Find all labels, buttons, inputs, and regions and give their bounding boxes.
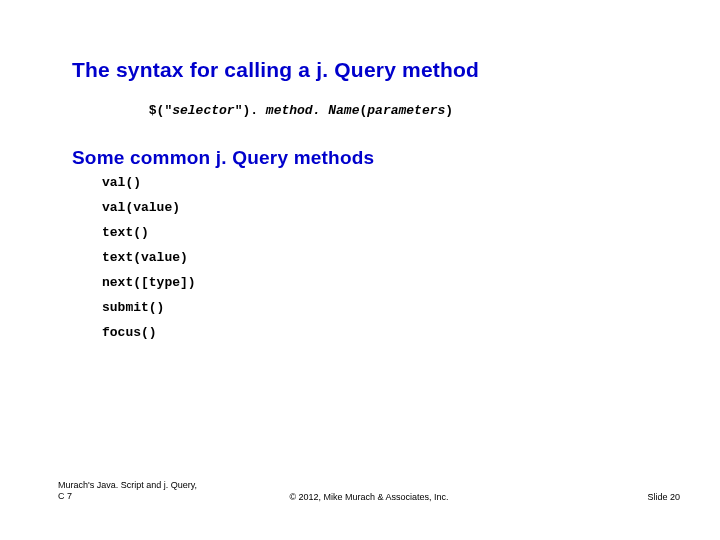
syntax-params: parameters xyxy=(367,103,445,118)
footer-center: © 2012, Mike Murach & Associates, Inc. xyxy=(58,492,680,502)
method-item: submit() xyxy=(102,300,680,315)
method-item: text() xyxy=(102,225,680,240)
syntax-mid: "). xyxy=(235,103,266,118)
method-item: focus() xyxy=(102,325,680,340)
heading-syntax: The syntax for calling a j. Query method xyxy=(72,58,680,82)
method-item: next([type]) xyxy=(102,275,680,290)
method-item: text(value) xyxy=(102,250,680,265)
heading-methods: Some common j. Query methods xyxy=(72,147,680,169)
footer-right: Slide 20 xyxy=(647,492,680,502)
footer-left-line1: Murach's Java. Script and j. Query, xyxy=(58,480,197,491)
method-list: val() val(value) text() text(value) next… xyxy=(102,175,680,340)
syntax-prefix: $(" xyxy=(149,103,172,118)
method-item: val(value) xyxy=(102,200,680,215)
content-area: The syntax for calling a j. Query method… xyxy=(72,58,680,350)
syntax-line: $("selector"). method. Name(parameters) xyxy=(102,88,680,133)
syntax-closeparen: ) xyxy=(445,103,453,118)
method-item: val() xyxy=(102,175,680,190)
syntax-method: method. Name xyxy=(266,103,360,118)
syntax-selector: selector xyxy=(172,103,234,118)
slide: The syntax for calling a j. Query method… xyxy=(0,0,720,540)
